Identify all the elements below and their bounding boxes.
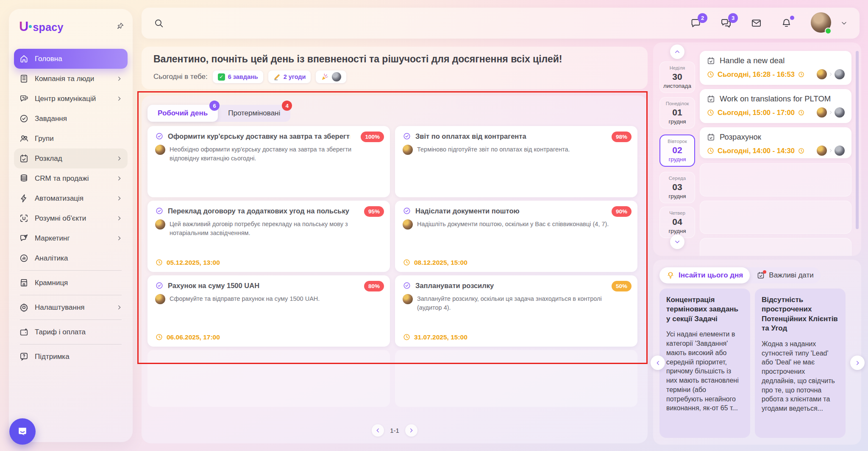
prev-page-button[interactable] bbox=[372, 424, 384, 437]
avatar bbox=[155, 145, 165, 155]
tasks-count-pill[interactable]: ✓ 6 завдань bbox=[213, 70, 263, 83]
task-description: Надішліть документи поштою, оскільки у В… bbox=[417, 220, 609, 230]
sidebar-item-company[interactable]: Компанія та люди bbox=[14, 69, 128, 89]
sidebar-item-home[interactable]: Головна bbox=[14, 49, 128, 69]
clock-dropdown-icon[interactable] bbox=[798, 147, 805, 154]
tab-label: Робочий день bbox=[158, 109, 208, 118]
next-page-button[interactable] bbox=[405, 424, 417, 437]
tab-important-dates[interactable]: Важливі дати bbox=[750, 267, 820, 283]
chevron-right-icon bbox=[116, 95, 122, 102]
sidebar-item-analytics[interactable]: Аналітика bbox=[14, 248, 128, 268]
sidebar-item-label: Компанія та люди bbox=[35, 75, 94, 83]
insights-widget: Інсайти цього дня Важливі дати Концентра… bbox=[653, 260, 861, 445]
scroll-days-down-button[interactable] bbox=[670, 235, 684, 249]
sidebar-item-tasks[interactable]: Завдання bbox=[14, 109, 128, 129]
sidebar-item-marketing[interactable]: Маркетинг bbox=[14, 228, 128, 248]
progress-badge: 95% bbox=[364, 206, 384, 217]
messages-count-badge: 2 bbox=[698, 13, 707, 23]
sidebar-item-tariff[interactable]: Тариф і оплата bbox=[14, 322, 128, 342]
due-date: 31.07.2025, 15:00 bbox=[403, 333, 467, 341]
sidebar-item-smart-objects[interactable]: Розумні об'єкти bbox=[14, 208, 128, 228]
notifications-button[interactable] bbox=[781, 17, 792, 29]
day-number: 03 bbox=[661, 182, 694, 192]
event-card[interactable]: Work on translations for PLTOM Сьогодні,… bbox=[700, 89, 851, 123]
chevron-right-icon bbox=[408, 427, 415, 434]
task-card[interactable]: Звіт по оплатах від контрагента 98% Терм… bbox=[395, 126, 637, 197]
notification-dot bbox=[790, 16, 794, 20]
task-description: Терміново підготуйте звіт по оплатах від… bbox=[417, 145, 570, 155]
online-status-dot bbox=[825, 28, 832, 34]
uspacy-logo: U spacy bbox=[19, 19, 64, 34]
task-card[interactable]: Рахунок на суму 1500 UAH 80% Сформуйте т… bbox=[147, 275, 390, 347]
day-cell[interactable]: Середа 03 грудня bbox=[659, 172, 695, 203]
day-cell[interactable]: Неділя 30 листопада bbox=[659, 62, 695, 93]
sidebar-item-label: Завдання bbox=[35, 115, 67, 123]
group-chats-button[interactable]: 3 bbox=[720, 17, 732, 29]
month-label: грудня bbox=[661, 118, 694, 125]
pin-sidebar-button[interactable] bbox=[114, 20, 126, 33]
chevron-right-icon bbox=[828, 110, 833, 115]
deals-count-pill[interactable]: 2 угоди bbox=[268, 70, 311, 83]
event-card[interactable]: Розрахунок Сьогодні, 14:00 - 14:30 bbox=[700, 127, 851, 158]
day-cell[interactable]: Понеділок 01 грудня bbox=[659, 97, 695, 129]
event-title: Work on translations for PLTOM bbox=[720, 94, 831, 104]
celebration-pill[interactable] bbox=[316, 70, 346, 83]
help-bubble-icon bbox=[19, 352, 29, 361]
profile-avatar[interactable] bbox=[811, 12, 831, 34]
insight-body: Жодна з наданих сутностей типу 'Lead' аб… bbox=[762, 339, 839, 413]
insights-next-button[interactable] bbox=[850, 356, 865, 370]
insight-card[interactable]: Відсутність прострочених Потенційних Клі… bbox=[755, 289, 846, 438]
tab-overdue[interactable]: Протерміновані 4 bbox=[218, 105, 290, 122]
chevron-right-icon bbox=[828, 72, 833, 77]
sidebar-item-schedule[interactable]: Розклад bbox=[14, 148, 128, 168]
task-card[interactable]: Надіслати документи поштою 90% Надішліть… bbox=[395, 201, 637, 272]
insight-cards: Концентрація термінових завдань у секції… bbox=[659, 289, 846, 438]
messages-button[interactable]: 2 bbox=[690, 17, 701, 29]
task-card[interactable]: Оформити кур'єрську доставку на завтра т… bbox=[147, 126, 390, 197]
day-cell[interactable]: Четвер 04 грудня bbox=[659, 207, 695, 238]
today-summary: Сьогодні в тебе: ✓ 6 завдань 2 угоди bbox=[153, 70, 636, 83]
day-cell-selected[interactable]: Вівторок 02 грудня bbox=[659, 134, 695, 167]
sidebar-item-communications[interactable]: Центр комунікацій bbox=[14, 89, 128, 109]
envelope-icon bbox=[751, 17, 762, 29]
task-title: Переклад договору та додаткових угод на … bbox=[168, 207, 350, 215]
chats-count-badge: 3 bbox=[728, 13, 738, 23]
tab-workday[interactable]: Робочий день 6 bbox=[147, 105, 218, 122]
sidebar-item-settings[interactable]: Налаштування bbox=[14, 297, 128, 317]
due-date-label: 06.06.2025, 17:00 bbox=[167, 333, 220, 341]
support-chat-fab[interactable] bbox=[9, 418, 36, 445]
clock-dropdown-icon[interactable] bbox=[798, 109, 805, 116]
search-button[interactable] bbox=[153, 18, 164, 28]
pen-icon bbox=[273, 73, 281, 81]
avatar bbox=[403, 219, 413, 230]
insights-prev-button[interactable] bbox=[651, 356, 665, 370]
due-date: 06.06.2025, 17:00 bbox=[155, 333, 220, 341]
scroll-days-up-button[interactable] bbox=[670, 45, 684, 59]
event-card[interactable]: Handle a new deal Сьогодні, 16:28 - 16:5… bbox=[700, 51, 851, 85]
mail-button[interactable] bbox=[751, 17, 762, 29]
sidebar-item-label: Розумні об'єкти bbox=[35, 214, 86, 223]
avatar bbox=[835, 107, 845, 118]
sidebar-divider bbox=[20, 295, 122, 295]
schedule-scrollbar[interactable] bbox=[856, 51, 859, 229]
event-time: Сьогодні, 15:00 - 17:00 bbox=[718, 109, 795, 117]
task-card[interactable]: Запланувати розсилку 50% Заплануйте розс… bbox=[395, 275, 637, 347]
tab-daily-insights[interactable]: Інсайти цього дня bbox=[659, 267, 750, 283]
due-date: 05.12.2025, 13:00 bbox=[155, 258, 220, 266]
avatar bbox=[332, 72, 341, 81]
sidebar-item-label: Налаштування bbox=[35, 303, 85, 312]
sidebar-item-groups[interactable]: Групи bbox=[14, 129, 128, 148]
sidebar-item-store[interactable]: Крамниця bbox=[14, 273, 128, 293]
clock-dropdown-icon[interactable] bbox=[798, 71, 805, 78]
chevron-right-icon bbox=[828, 148, 833, 153]
insight-card[interactable]: Концентрація термінових завдань у секції… bbox=[659, 289, 750, 438]
task-card[interactable]: Переклад договору та додаткових угод на … bbox=[147, 201, 390, 272]
logo-text: spacy bbox=[33, 21, 63, 34]
profile-menu-button[interactable] bbox=[840, 20, 848, 27]
task-description: Сформуйте та відправте рахунок на суму 1… bbox=[170, 294, 320, 304]
sidebar-item-crm[interactable]: CRM та продажі bbox=[14, 168, 128, 188]
sidebar-item-support[interactable]: Підтримка bbox=[14, 347, 128, 367]
pin-icon bbox=[116, 22, 124, 30]
sidebar-item-automation[interactable]: Автоматизація bbox=[14, 188, 128, 208]
clock-icon bbox=[155, 333, 163, 341]
